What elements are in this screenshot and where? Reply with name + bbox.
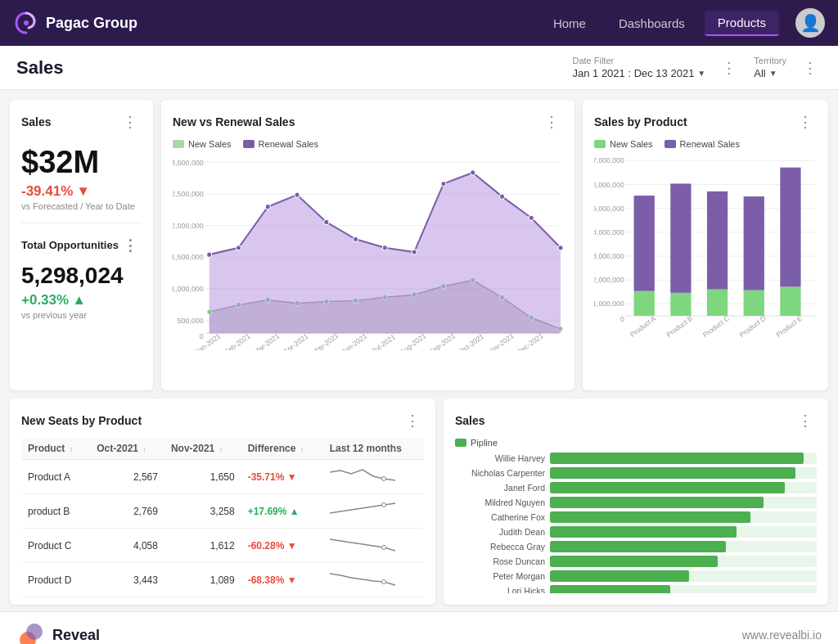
svg-point-35 — [412, 250, 417, 254]
svg-text:Mar-2021: Mar-2021 — [252, 331, 281, 350]
pipeline-menu[interactable]: ⋮ — [795, 410, 817, 431]
ns-menu[interactable]: ⋮ — [402, 410, 424, 431]
svg-text:1,500,000: 1,500,000 — [173, 253, 204, 261]
nvr-renewal-color — [243, 140, 255, 148]
down-arrow-icon: ▼ — [287, 574, 297, 586]
svg-text:Jul-2021: Jul-2021 — [371, 332, 397, 350]
svg-text:0: 0 — [620, 315, 624, 323]
cell-diff: -35.71% ▼ — [241, 460, 323, 494]
svg-text:Dec-2021: Dec-2021 — [516, 331, 545, 350]
bar-label: Catherine Fox — [455, 512, 545, 522]
svg-text:Apr-2021: Apr-2021 — [282, 332, 309, 350]
main-content: Sales ⋮ $32M -39.41% ▼ vs Forecasted / Y… — [0, 90, 838, 605]
svg-text:500,000: 500,000 — [177, 316, 203, 324]
seats-table: Product ↕ Oct-2021 ↕ Nov-2021 ↕ Differen… — [21, 438, 424, 605]
territory-chevron: ▼ — [769, 69, 777, 78]
bar-track — [550, 541, 817, 552]
svg-text:6,000,000: 6,000,000 — [594, 180, 624, 188]
logo-icon — [13, 10, 39, 36]
cell-sparkline — [323, 494, 424, 529]
kpi-opp-menu[interactable]: ⋮ — [119, 235, 142, 256]
nav-products[interactable]: Products — [705, 11, 779, 36]
svg-text:Oct-2021: Oct-2021 — [457, 332, 485, 350]
col-product[interactable]: Product ↕ — [21, 438, 90, 460]
date-filter-menu[interactable]: ⋮ — [719, 57, 741, 79]
svg-text:Product A: Product A — [628, 314, 657, 340]
col-diff[interactable]: Difference ↕ — [241, 438, 323, 460]
cell-sparkline — [323, 529, 424, 563]
sbp-menu[interactable]: ⋮ — [795, 111, 817, 133]
territory-filter-menu[interactable]: ⋮ — [800, 57, 822, 79]
bar-fill — [550, 467, 795, 479]
svg-text:2,000,000: 2,000,000 — [594, 276, 624, 284]
svg-text:5,000,000: 5,000,000 — [594, 205, 624, 213]
svg-point-76 — [381, 546, 385, 550]
svg-point-37 — [471, 170, 475, 175]
kpi-sales-value: $32M — [21, 146, 142, 180]
svg-text:2,000,000: 2,000,000 — [173, 222, 204, 230]
svg-point-75 — [381, 503, 385, 507]
kpi-opp-value: 5,298,024 — [21, 263, 142, 289]
kpi-menu[interactable]: ⋮ — [119, 111, 142, 133]
footer-logo-icon — [16, 620, 46, 644]
svg-text:1,000,000: 1,000,000 — [173, 285, 204, 293]
up-arrow-icon: ▲ — [290, 506, 300, 517]
territory-value[interactable]: All ▼ — [754, 67, 786, 79]
svg-text:Jan-2021: Jan-2021 — [194, 331, 223, 350]
pipeline-title: Sales — [455, 414, 485, 427]
bar-fill — [550, 526, 737, 538]
svg-text:Product B: Product B — [665, 313, 694, 339]
sbp-new-color — [594, 140, 606, 148]
bar-track — [550, 453, 817, 464]
cell-nov: 1,612 — [164, 529, 241, 563]
pipeline-bar-row: Rebecca Gray — [455, 541, 817, 552]
sbp-legend-new: New Sales — [594, 139, 653, 149]
sbp-chart-svg: 7,000,000 6,000,000 5,000,000 4,000,000 … — [594, 154, 817, 358]
cell-oct: 3,467 — [90, 597, 164, 606]
svg-point-31 — [295, 192, 300, 197]
territory-label: Territory — [754, 56, 786, 65]
sparkline-svg — [330, 533, 395, 556]
bar-label: Rebecca Gray — [455, 542, 545, 552]
nav-dashboards[interactable]: Dashboards — [606, 11, 698, 35]
svg-text:May-2021: May-2021 — [310, 331, 340, 350]
sbp-bar-e-new — [780, 287, 800, 316]
col-nov[interactable]: Nov-2021 ↕ — [164, 438, 241, 460]
main-nav: Home Dashboards Products 👤 — [540, 8, 825, 38]
cell-oct: 3,443 — [90, 563, 164, 597]
bar-label: Janet Ford — [455, 483, 545, 493]
avatar[interactable]: 👤 — [795, 8, 825, 38]
svg-text:3,000,000: 3,000,000 — [173, 158, 204, 166]
cell-sparkline — [323, 597, 424, 606]
sbp-bar-a-renewal — [634, 196, 655, 291]
sbp-renewal-color — [665, 140, 676, 148]
svg-point-29 — [237, 245, 241, 250]
nvr-menu[interactable]: ⋮ — [541, 111, 563, 133]
table-row: product B 2,769 3,258 +17.69% ▲ — [21, 494, 424, 529]
bar-label: Mildred Nguyen — [455, 498, 545, 507]
svg-point-74 — [381, 477, 385, 481]
bar-label: Rose Duncan — [455, 556, 545, 566]
bar-fill — [550, 556, 718, 567]
sparkline-svg — [330, 567, 395, 590]
bar-fill — [550, 453, 804, 464]
bar-track — [550, 556, 817, 567]
territory-filter-group: Territory All ▼ — [754, 56, 786, 79]
page-filters: Date Filter Jan 1 2021 : Dec 13 2021 ▼ ⋮… — [572, 56, 822, 79]
svg-point-33 — [354, 236, 358, 241]
date-filter-value[interactable]: Jan 1 2021 : Dec 13 2021 ▼ — [572, 67, 705, 79]
sbp-bar-d-renewal — [744, 196, 764, 290]
svg-point-80 — [26, 624, 43, 640]
svg-text:7,000,000: 7,000,000 — [594, 156, 624, 164]
cell-nov: 3,258 — [164, 494, 241, 529]
svg-text:Jun-2021: Jun-2021 — [340, 331, 369, 350]
pipeline-bar-row: Willie Harvey — [455, 453, 817, 464]
bar-label: Nicholas Carpenter — [455, 468, 545, 478]
cell-diff: +17.69% ▲ — [241, 494, 323, 529]
logo-text: Pagac Group — [46, 15, 137, 32]
pipeline-bar-row: Judith Dean — [455, 526, 817, 538]
nvr-new-color — [173, 140, 184, 148]
date-filter-chevron: ▼ — [697, 69, 705, 78]
col-oct[interactable]: Oct-2021 ↕ — [90, 438, 164, 460]
nav-home[interactable]: Home — [540, 11, 599, 35]
